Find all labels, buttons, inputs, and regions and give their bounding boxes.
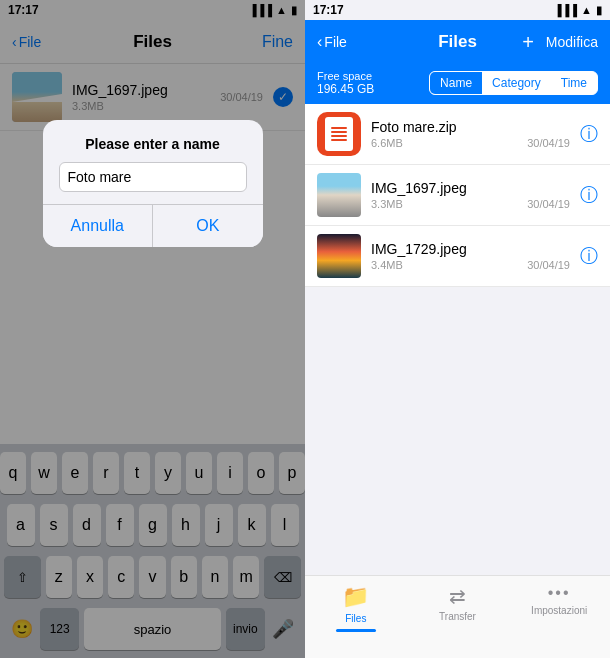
file-info-img1697: IMG_1697.jpeg 3.3MB 30/04/19 xyxy=(371,180,570,210)
tab-files[interactable]: 📁 Files xyxy=(305,584,407,632)
dialog-box: Please enter a name Annulla OK xyxy=(43,120,263,247)
left-panel: 17:17 ▐▐▐ ▲ ▮ ‹ File Files Fine IMG_1697… xyxy=(0,0,305,658)
dialog-overlay: Please enter a name Annulla OK xyxy=(0,0,305,658)
zip-line xyxy=(331,131,347,133)
free-space-value: 196.45 GB xyxy=(317,82,374,96)
cliff-thumb-right xyxy=(317,173,361,217)
file-date-img1729: 30/04/19 xyxy=(527,259,570,271)
add-button[interactable]: + xyxy=(522,31,534,54)
file-info-zip: Foto mare.zip 6.6MB 30/04/19 xyxy=(371,119,570,149)
file-meta-img1697: 3.3MB 30/04/19 xyxy=(371,198,570,210)
file-size-img1729: 3.4MB xyxy=(371,259,403,271)
status-icons-right: ▐▐▐ ▲ ▮ xyxy=(554,4,602,17)
free-space-info: Free space 196.45 GB xyxy=(317,70,374,96)
cancel-button[interactable]: Annulla xyxy=(43,205,154,247)
segment-wrap: Free space 196.45 GB Name Category Time xyxy=(305,64,610,104)
info-button-img1697[interactable]: ⓘ xyxy=(580,183,598,207)
file-name-zip: Foto mare.zip xyxy=(371,119,570,135)
file-info-img1729: IMG_1729.jpeg 3.4MB 30/04/19 xyxy=(371,241,570,271)
name-input[interactable] xyxy=(59,162,247,192)
modifica-button[interactable]: Modifica xyxy=(546,34,598,50)
ok-button[interactable]: OK xyxy=(153,205,263,247)
sunset-thumb xyxy=(317,234,361,278)
files-tab-icon: 📁 xyxy=(342,584,369,610)
segment-time[interactable]: Time xyxy=(551,72,597,94)
file-size-img1697: 3.3MB xyxy=(371,198,403,210)
segment-control: Name Category Time xyxy=(429,71,598,95)
tab-transfer[interactable]: ⇄ Transfer xyxy=(407,584,509,622)
time-right: 17:17 xyxy=(313,3,344,17)
file-row-img1697: IMG_1697.jpeg 3.3MB 30/04/19 ⓘ xyxy=(305,165,610,226)
right-actions: + Modifica xyxy=(522,31,598,54)
zip-line xyxy=(331,135,347,137)
tab-impostazioni[interactable]: ••• Impostazioni xyxy=(508,584,610,616)
nav-title-right: Files xyxy=(438,32,477,52)
file-size-zip: 6.6MB xyxy=(371,137,403,149)
nav-bar-right: ‹ File Files + Modifica xyxy=(305,20,610,64)
zip-icon xyxy=(317,112,361,156)
signal-icon-right: ▐▐▐ xyxy=(554,4,577,16)
file-name-img1697: IMG_1697.jpeg xyxy=(371,180,570,196)
segment-name[interactable]: Name xyxy=(430,72,482,94)
zip-line xyxy=(331,139,347,141)
back-button-right[interactable]: ‹ File xyxy=(317,33,347,51)
file-row-zip: Foto mare.zip 6.6MB 30/04/19 ⓘ xyxy=(305,104,610,165)
zip-line xyxy=(331,127,347,129)
dialog-title: Please enter a name xyxy=(43,120,263,162)
file-list-right: Foto mare.zip 6.6MB 30/04/19 ⓘ IMG_1697.… xyxy=(305,104,610,575)
thumbnail-img1729 xyxy=(317,234,361,278)
segment-category[interactable]: Category xyxy=(482,72,551,94)
right-panel: 17:17 ▐▐▐ ▲ ▮ ‹ File Files + Modifica Fr… xyxy=(305,0,610,658)
transfer-tab-icon: ⇄ xyxy=(449,584,466,608)
file-row-img1729: IMG_1729.jpeg 3.4MB 30/04/19 ⓘ xyxy=(305,226,610,287)
file-name-img1729: IMG_1729.jpeg xyxy=(371,241,570,257)
tab-active-indicator xyxy=(336,629,376,632)
settings-tab-label: Impostazioni xyxy=(531,605,587,616)
info-button-img1729[interactable]: ⓘ xyxy=(580,244,598,268)
files-tab-label: Files xyxy=(345,613,366,624)
free-space-label: Free space xyxy=(317,70,374,82)
settings-tab-icon: ••• xyxy=(548,584,571,602)
file-date-zip: 30/04/19 xyxy=(527,137,570,149)
dialog-buttons: Annulla OK xyxy=(43,204,263,247)
chevron-left-icon-right: ‹ xyxy=(317,33,322,51)
file-meta-zip: 6.6MB 30/04/19 xyxy=(371,137,570,149)
thumbnail-img1697 xyxy=(317,173,361,217)
file-date-img1697: 30/04/19 xyxy=(527,198,570,210)
battery-icon-right: ▮ xyxy=(596,4,602,17)
wifi-icon-right: ▲ xyxy=(581,4,592,16)
info-button-zip[interactable]: ⓘ xyxy=(580,122,598,146)
zip-file-icon xyxy=(325,117,353,151)
zip-lines xyxy=(331,127,347,141)
transfer-tab-label: Transfer xyxy=(439,611,476,622)
status-bar-right: 17:17 ▐▐▐ ▲ ▮ xyxy=(305,0,610,20)
tab-bar: 📁 Files ⇄ Transfer ••• Impostazioni xyxy=(305,575,610,658)
file-meta-img1729: 3.4MB 30/04/19 xyxy=(371,259,570,271)
dialog-input-wrap xyxy=(43,162,263,204)
